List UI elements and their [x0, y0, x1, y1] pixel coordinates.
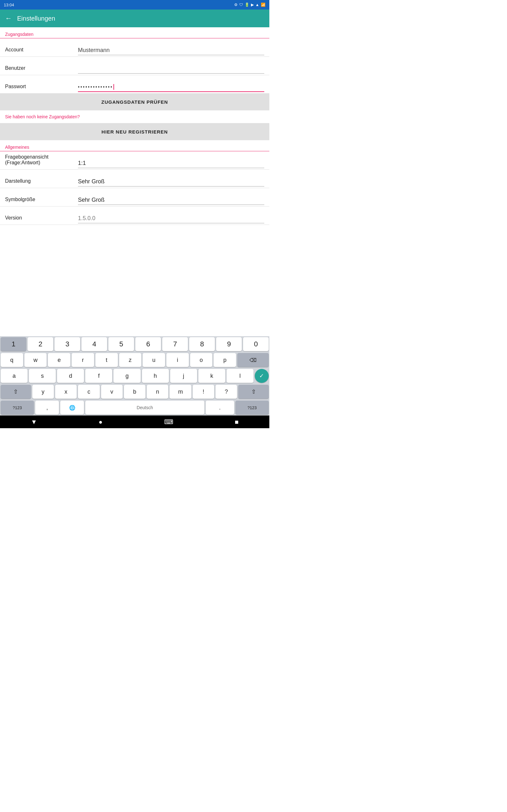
battery-icon: 🔋 [245, 3, 249, 7]
key-symbols-right[interactable]: ?123 [235, 401, 269, 415]
key-comma[interactable]: , [35, 401, 59, 415]
key-n[interactable]: n [147, 385, 168, 399]
key-0[interactable]: 0 [243, 337, 269, 351]
key-s[interactable]: s [29, 369, 56, 383]
status-icons: ⚙ 🛡 🔋 ▶ ▲ 📶 [234, 3, 266, 7]
keyboard-row-bottom: ?123 , 🌐 Deutsch . ?123 [0, 400, 269, 415]
key-1[interactable]: 1 [1, 337, 26, 351]
key-5[interactable]: 5 [108, 337, 134, 351]
key-i[interactable]: i [166, 353, 189, 367]
settings-content: Zugangsdaten Account Mustermann Benutzer… [0, 27, 269, 225]
keyboard-row-y: ⇧ y x c v b n m ! ? ⇧ [0, 384, 269, 400]
nav-bar: ▼ ● ⌨ ■ [0, 415, 269, 428]
key-o[interactable]: o [190, 353, 213, 367]
key-question[interactable]: ? [216, 385, 237, 399]
shield-icon: 🛡 [239, 3, 243, 7]
key-6[interactable]: 6 [135, 337, 161, 351]
wifi-icon: ▲ [256, 3, 259, 7]
key-j[interactable]: j [170, 369, 197, 383]
keyboard-row-numbers: 1 2 3 4 5 6 7 8 9 0 [0, 336, 269, 352]
key-shift-right[interactable]: ⇧ [238, 385, 269, 399]
key-m[interactable]: m [170, 385, 191, 399]
key-g[interactable]: g [113, 369, 140, 383]
key-7[interactable]: 7 [162, 337, 188, 351]
key-c[interactable]: c [78, 385, 100, 399]
darstellung-label: Darstellung [5, 178, 78, 187]
benutzer-value[interactable] [78, 65, 264, 73]
keyboard-row-q: q w e r t z u i o p ⌫ [0, 352, 269, 368]
key-3[interactable]: 3 [55, 337, 80, 351]
passwort-value[interactable]: •••••••••••••• [78, 84, 264, 92]
register-button[interactable]: HIER NEU REGISTRIEREN [0, 123, 269, 140]
play-icon: ▶ [251, 3, 254, 7]
key-a[interactable]: a [1, 369, 27, 383]
key-p[interactable]: p [214, 353, 236, 367]
key-k[interactable]: k [199, 369, 225, 383]
account-row: Account Mustermann [0, 38, 269, 57]
key-8[interactable]: 8 [189, 337, 215, 351]
version-label: Version [5, 215, 78, 223]
darstellung-value[interactable]: Sehr Groß [78, 178, 264, 187]
key-q[interactable]: q [1, 353, 23, 367]
symbolgroesse-label: Symbolgröße [5, 197, 78, 205]
keyboard-row-a: a s d f g h j k l ✓ [0, 368, 269, 384]
key-symbols-left[interactable]: ?123 [1, 401, 34, 415]
key-e[interactable]: e [48, 353, 70, 367]
settings-icon: ⚙ [234, 3, 238, 7]
fragebogenansicht-label: Fragebogenansicht (Frage:Antwort) [5, 154, 78, 168]
status-time: 13:04 [4, 3, 14, 7]
password-dots: •••••••••••••• [78, 84, 113, 90]
section-zugangsdaten: Zugangsdaten [0, 27, 269, 38]
key-v[interactable]: v [101, 385, 123, 399]
key-l[interactable]: l [227, 369, 253, 383]
key-9[interactable]: 9 [216, 337, 242, 351]
app-bar: ← Einstellungen [0, 9, 269, 27]
register-link[interactable]: Sie haben noch keine Zugangsdaten? [0, 110, 269, 123]
cursor [113, 84, 114, 90]
account-label: Account [5, 47, 78, 55]
nav-keyboard-icon[interactable]: ⌨ [164, 418, 173, 426]
key-u[interactable]: u [143, 353, 165, 367]
darstellung-row: Darstellung Sehr Groß [0, 170, 269, 188]
symbolgroesse-value[interactable]: Sehr Groß [78, 197, 264, 205]
version-row: Version 1.5.0.0 [0, 206, 269, 225]
key-r[interactable]: r [72, 353, 94, 367]
key-dot[interactable]: . [206, 401, 234, 415]
nav-home-icon[interactable]: ● [99, 418, 102, 426]
key-x[interactable]: x [55, 385, 77, 399]
status-bar: 13:04 ⚙ 🛡 🔋 ▶ ▲ 📶 [0, 0, 269, 9]
symbolgroesse-row: Symbolgröße Sehr Groß [0, 188, 269, 206]
check-credentials-button[interactable]: ZUGANGSDATEN PRÜFEN [0, 94, 269, 110]
key-t[interactable]: t [95, 353, 118, 367]
key-w[interactable]: w [24, 353, 47, 367]
passwort-row: Passwort •••••••••••••• [0, 75, 269, 94]
version-value: 1.5.0.0 [78, 215, 264, 223]
key-globe[interactable]: 🌐 [60, 401, 84, 415]
key-z[interactable]: z [119, 353, 142, 367]
signal-icon: 📶 [261, 3, 266, 7]
fragebogenansicht-value[interactable]: 1:1 [78, 160, 264, 168]
back-button[interactable]: ← [5, 14, 12, 22]
key-exclaim[interactable]: ! [193, 385, 214, 399]
nav-square-icon[interactable]: ■ [235, 418, 239, 426]
benutzer-row: Benutzer [0, 57, 269, 75]
account-value[interactable]: Mustermann [78, 47, 264, 55]
key-4[interactable]: 4 [81, 337, 107, 351]
key-space[interactable]: Deutsch [85, 401, 204, 415]
key-y[interactable]: y [32, 385, 54, 399]
key-2[interactable]: 2 [27, 337, 53, 351]
key-h[interactable]: h [142, 369, 169, 383]
fragebogenansicht-row: Fragebogenansicht (Frage:Antwort) 1:1 [0, 151, 269, 170]
section-allgemeines: Allgemeines [0, 140, 269, 151]
benutzer-label: Benutzer [5, 65, 78, 73]
key-backspace[interactable]: ⌫ [237, 353, 269, 367]
key-f[interactable]: f [85, 369, 112, 383]
key-shift-left[interactable]: ⇧ [1, 385, 31, 399]
key-d[interactable]: d [57, 369, 84, 383]
key-b[interactable]: b [124, 385, 146, 399]
passwort-label: Passwort [5, 84, 78, 92]
nav-back-icon[interactable]: ▼ [31, 418, 37, 426]
app-title: Einstellungen [17, 15, 55, 22]
key-enter[interactable]: ✓ [255, 369, 269, 383]
keyboard[interactable]: 1 2 3 4 5 6 7 8 9 0 q w e r t z u i o p … [0, 336, 269, 415]
